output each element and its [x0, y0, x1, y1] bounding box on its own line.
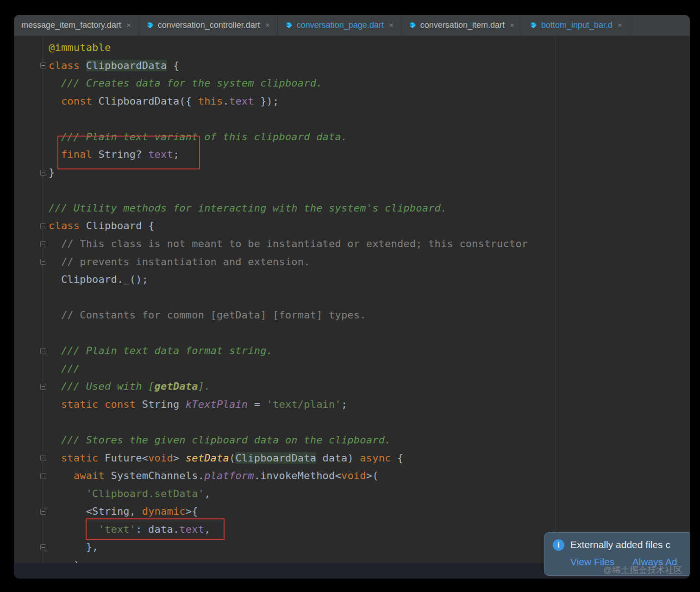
dart-file-icon: [409, 21, 417, 29]
code-line: await SystemChannels.platform.invokeMeth…: [49, 467, 690, 485]
tab-label: conversation_item.dart: [420, 20, 505, 30]
code-line: // Constants for common [getData] [forma…: [49, 306, 690, 324]
code-line: /// Utility methods for interacting with…: [49, 199, 690, 218]
code-area: @immutableclass ClipboardData { /// Crea…: [49, 39, 690, 563]
tab-conversation-item-dart[interactable]: conversation_item.dart×: [401, 15, 522, 36]
tab-conversation-page-dart[interactable]: conversation_page.dart×: [278, 15, 401, 36]
code-line: /// Plain text data format string.: [49, 342, 690, 360]
fold-marker-icon[interactable]: [40, 544, 46, 550]
code-line: class ClipboardData {: [49, 57, 690, 75]
code-line: [49, 110, 690, 128]
ide-window: message_item_factory.dart×conversation_c…: [14, 15, 690, 579]
dart-file-icon: [530, 21, 538, 29]
tab-close-icon[interactable]: ×: [389, 21, 394, 30]
code-line: // prevents instantiation and extension.: [49, 253, 690, 271]
fold-marker-icon[interactable]: [40, 509, 46, 515]
code-line: ///: [49, 360, 690, 378]
code-line: // This class is not meant to be instant…: [49, 235, 690, 253]
code-line: 'Clipboard.setData',: [49, 485, 690, 503]
tab-close-icon[interactable]: ×: [265, 21, 270, 30]
code-line: Clipboard._();: [49, 271, 690, 289]
tab-close-icon[interactable]: ×: [618, 21, 622, 30]
tab-label: conversation_controller.dart: [158, 20, 260, 30]
notification-message: Externally added files c: [570, 539, 690, 550]
tab-bottom-input-bar-d[interactable]: bottom_input_bar.d×: [522, 15, 630, 36]
fold-marker-icon[interactable]: [40, 62, 46, 69]
fold-marker-icon[interactable]: [40, 384, 46, 390]
code-editor[interactable]: @immutableclass ClipboardData { /// Crea…: [14, 36, 690, 563]
fold-marker-icon[interactable]: [40, 223, 46, 229]
dart-file-icon: [285, 21, 293, 29]
code-line: [49, 324, 690, 343]
tab-message-item-factory-dart[interactable]: message_item_factory.dart×: [14, 15, 139, 36]
tab-label: message_item_factory.dart: [21, 20, 121, 30]
annotation-box-final-text: [57, 136, 200, 169]
fold-marker-icon[interactable]: [40, 455, 46, 461]
code-line: [49, 181, 690, 199]
code-line: /// Used with [getData].: [49, 378, 690, 396]
tab-label: bottom_input_bar.d: [541, 20, 612, 30]
watermark: @稀土掘金技术社区: [603, 564, 682, 576]
fold-marker-icon[interactable]: [40, 348, 46, 354]
tab-conversation-controller-dart[interactable]: conversation_controller.dart×: [139, 15, 278, 36]
tab-bar: message_item_factory.dart×conversation_c…: [14, 15, 690, 36]
fold-marker-icon[interactable]: [40, 473, 46, 479]
tab-close-icon[interactable]: ×: [510, 21, 514, 30]
gutter: [14, 39, 49, 563]
code-line: static Future<void> setData(ClipboardDat…: [49, 449, 690, 467]
code-line: class Clipboard {: [49, 217, 690, 235]
info-icon: i: [553, 539, 564, 551]
tab-close-icon[interactable]: ×: [126, 21, 131, 30]
code-line: [49, 413, 690, 431]
tab-label: conversation_page.dart: [297, 20, 384, 30]
annotation-box-data-text: [86, 518, 225, 540]
code-line: [49, 289, 690, 307]
code-line: <String, dynamic>{: [49, 503, 690, 521]
fold-marker-icon[interactable]: [40, 241, 46, 247]
code-line: const ClipboardData({ this.text });: [49, 93, 690, 111]
code-line: @immutable: [49, 39, 690, 57]
code-line: /// Creates data for the system clipboar…: [49, 75, 690, 93]
fold-marker-icon[interactable]: [40, 259, 46, 265]
dart-file-icon: [146, 21, 154, 29]
fold-marker-icon[interactable]: [40, 170, 46, 176]
code-line: /// Stores the given clipboard data on t…: [49, 431, 690, 449]
code-line: static const String kTextPlain = 'text/p…: [49, 396, 690, 414]
